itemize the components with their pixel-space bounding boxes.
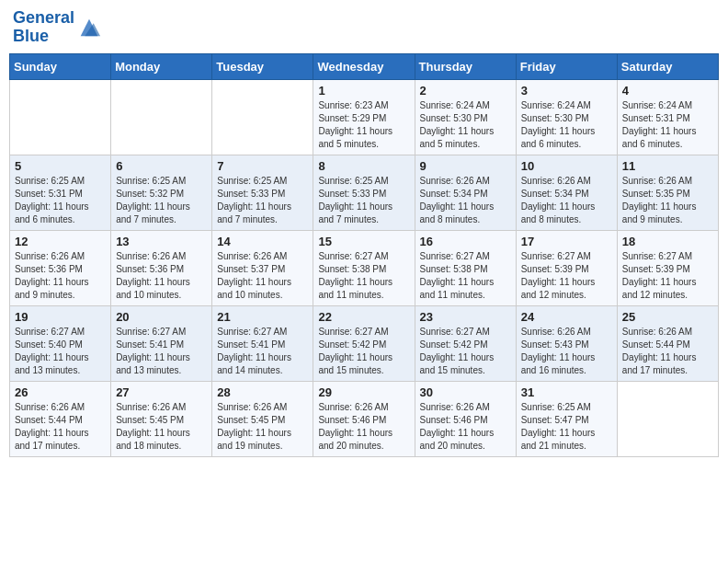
calendar-week-row: 5Sunrise: 6:25 AM Sunset: 5:31 PM Daylig…: [10, 155, 719, 230]
weekday-header-thursday: Thursday: [415, 53, 516, 79]
day-number: 27: [116, 385, 207, 399]
day-number: 29: [318, 385, 409, 399]
calendar-cell: [617, 381, 718, 456]
day-info: Sunrise: 6:26 AM Sunset: 5:34 PM Dayligh…: [521, 175, 612, 226]
day-number: 17: [521, 235, 612, 248]
calendar-cell: 1Sunrise: 6:23 AM Sunset: 5:29 PM Daylig…: [313, 79, 415, 155]
day-info: Sunrise: 6:26 AM Sunset: 5:44 PM Dayligh…: [15, 401, 106, 453]
calendar-cell: 25Sunrise: 6:26 AM Sunset: 5:44 PM Dayli…: [617, 305, 718, 381]
day-number: 23: [420, 310, 511, 324]
day-number: 10: [521, 159, 612, 173]
calendar-cell: 13Sunrise: 6:26 AM Sunset: 5:36 PM Dayli…: [111, 230, 212, 305]
day-number: 16: [420, 235, 511, 248]
calendar-week-row: 12Sunrise: 6:26 AM Sunset: 5:36 PM Dayli…: [10, 230, 719, 305]
calendar-cell: [212, 79, 313, 155]
weekday-header-row: SundayMondayTuesdayWednesdayThursdayFrid…: [10, 53, 719, 79]
day-number: 21: [217, 310, 308, 324]
day-info: Sunrise: 6:26 AM Sunset: 5:34 PM Dayligh…: [420, 175, 511, 226]
day-info: Sunrise: 6:26 AM Sunset: 5:44 PM Dayligh…: [622, 326, 713, 377]
day-info: Sunrise: 6:26 AM Sunset: 5:45 PM Dayligh…: [116, 401, 207, 453]
day-info: Sunrise: 6:24 AM Sunset: 5:30 PM Dayligh…: [521, 99, 612, 151]
day-number: 11: [622, 159, 713, 173]
day-number: 24: [521, 310, 612, 324]
weekday-header-friday: Friday: [516, 53, 617, 79]
day-info: Sunrise: 6:27 AM Sunset: 5:42 PM Dayligh…: [318, 326, 409, 377]
calendar-body: 1Sunrise: 6:23 AM Sunset: 5:29 PM Daylig…: [10, 79, 719, 456]
page-header: General Blue: [9, 9, 719, 46]
day-info: Sunrise: 6:27 AM Sunset: 5:38 PM Dayligh…: [420, 250, 511, 302]
day-info: Sunrise: 6:26 AM Sunset: 5:36 PM Dayligh…: [15, 250, 106, 302]
weekday-header-saturday: Saturday: [617, 53, 718, 79]
day-number: 7: [217, 159, 308, 173]
calendar-cell: 14Sunrise: 6:26 AM Sunset: 5:37 PM Dayli…: [212, 230, 313, 305]
calendar-cell: [10, 79, 111, 155]
calendar-cell: 30Sunrise: 6:26 AM Sunset: 5:46 PM Dayli…: [415, 381, 516, 456]
day-info: Sunrise: 6:24 AM Sunset: 5:31 PM Dayligh…: [622, 99, 713, 151]
calendar-cell: 5Sunrise: 6:25 AM Sunset: 5:31 PM Daylig…: [10, 155, 111, 230]
calendar-cell: 19Sunrise: 6:27 AM Sunset: 5:40 PM Dayli…: [10, 305, 111, 381]
day-info: Sunrise: 6:25 AM Sunset: 5:33 PM Dayligh…: [318, 175, 409, 226]
day-info: Sunrise: 6:27 AM Sunset: 5:38 PM Dayligh…: [318, 250, 409, 302]
day-info: Sunrise: 6:27 AM Sunset: 5:42 PM Dayligh…: [420, 326, 511, 377]
day-number: 1: [318, 84, 409, 98]
day-info: Sunrise: 6:26 AM Sunset: 5:37 PM Dayligh…: [217, 250, 308, 302]
day-number: 12: [15, 235, 106, 248]
day-info: Sunrise: 6:26 AM Sunset: 5:46 PM Dayligh…: [318, 401, 409, 453]
weekday-header-monday: Monday: [111, 53, 212, 79]
calendar-cell: 9Sunrise: 6:26 AM Sunset: 5:34 PM Daylig…: [415, 155, 516, 230]
calendar-week-row: 26Sunrise: 6:26 AM Sunset: 5:44 PM Dayli…: [10, 381, 719, 456]
calendar-cell: [111, 79, 212, 155]
calendar-cell: 26Sunrise: 6:26 AM Sunset: 5:44 PM Dayli…: [10, 381, 111, 456]
day-info: Sunrise: 6:27 AM Sunset: 5:41 PM Dayligh…: [217, 326, 308, 377]
day-number: 3: [521, 84, 612, 98]
day-info: Sunrise: 6:26 AM Sunset: 5:35 PM Dayligh…: [622, 175, 713, 226]
day-number: 13: [116, 235, 207, 248]
day-info: Sunrise: 6:25 AM Sunset: 5:47 PM Dayligh…: [521, 401, 612, 453]
calendar-cell: 6Sunrise: 6:25 AM Sunset: 5:32 PM Daylig…: [111, 155, 212, 230]
calendar-cell: 16Sunrise: 6:27 AM Sunset: 5:38 PM Dayli…: [415, 230, 516, 305]
calendar-cell: 8Sunrise: 6:25 AM Sunset: 5:33 PM Daylig…: [313, 155, 415, 230]
calendar-cell: 12Sunrise: 6:26 AM Sunset: 5:36 PM Dayli…: [10, 230, 111, 305]
calendar-cell: 28Sunrise: 6:26 AM Sunset: 5:45 PM Dayli…: [212, 381, 313, 456]
day-info: Sunrise: 6:23 AM Sunset: 5:29 PM Dayligh…: [318, 99, 409, 151]
day-info: Sunrise: 6:26 AM Sunset: 5:46 PM Dayligh…: [420, 401, 511, 453]
calendar-week-row: 1Sunrise: 6:23 AM Sunset: 5:29 PM Daylig…: [10, 79, 719, 155]
day-info: Sunrise: 6:27 AM Sunset: 5:39 PM Dayligh…: [622, 250, 713, 302]
day-info: Sunrise: 6:25 AM Sunset: 5:33 PM Dayligh…: [217, 175, 308, 226]
calendar-cell: 31Sunrise: 6:25 AM Sunset: 5:47 PM Dayli…: [516, 381, 617, 456]
calendar-cell: 21Sunrise: 6:27 AM Sunset: 5:41 PM Dayli…: [212, 305, 313, 381]
day-info: Sunrise: 6:27 AM Sunset: 5:41 PM Dayligh…: [116, 326, 207, 377]
day-number: 30: [420, 385, 511, 399]
day-info: Sunrise: 6:26 AM Sunset: 5:45 PM Dayligh…: [217, 401, 308, 453]
calendar-cell: 10Sunrise: 6:26 AM Sunset: 5:34 PM Dayli…: [516, 155, 617, 230]
day-number: 14: [217, 235, 308, 248]
calendar-cell: 22Sunrise: 6:27 AM Sunset: 5:42 PM Dayli…: [313, 305, 415, 381]
calendar-cell: 7Sunrise: 6:25 AM Sunset: 5:33 PM Daylig…: [212, 155, 313, 230]
calendar-header: SundayMondayTuesdayWednesdayThursdayFrid…: [10, 53, 719, 79]
logo-text: General Blue: [13, 9, 74, 46]
day-number: 22: [318, 310, 409, 324]
day-number: 9: [420, 159, 511, 173]
logo: General Blue: [13, 9, 102, 46]
weekday-header-sunday: Sunday: [10, 53, 111, 79]
day-info: Sunrise: 6:25 AM Sunset: 5:32 PM Dayligh…: [116, 175, 207, 226]
day-info: Sunrise: 6:26 AM Sunset: 5:36 PM Dayligh…: [116, 250, 207, 302]
day-number: 31: [521, 385, 612, 399]
day-number: 4: [622, 84, 713, 98]
day-number: 2: [420, 84, 511, 98]
calendar-cell: 20Sunrise: 6:27 AM Sunset: 5:41 PM Dayli…: [111, 305, 212, 381]
day-number: 20: [116, 310, 207, 324]
weekday-header-tuesday: Tuesday: [212, 53, 313, 79]
calendar-cell: 18Sunrise: 6:27 AM Sunset: 5:39 PM Dayli…: [617, 230, 718, 305]
day-number: 25: [622, 310, 713, 324]
day-info: Sunrise: 6:26 AM Sunset: 5:43 PM Dayligh…: [521, 326, 612, 377]
calendar-cell: 24Sunrise: 6:26 AM Sunset: 5:43 PM Dayli…: [516, 305, 617, 381]
day-number: 15: [318, 235, 409, 248]
calendar-cell: 15Sunrise: 6:27 AM Sunset: 5:38 PM Dayli…: [313, 230, 415, 305]
weekday-header-wednesday: Wednesday: [313, 53, 415, 79]
day-number: 18: [622, 235, 713, 248]
day-number: 6: [116, 159, 207, 173]
day-info: Sunrise: 6:24 AM Sunset: 5:30 PM Dayligh…: [420, 99, 511, 151]
calendar-table: SundayMondayTuesdayWednesdayThursdayFrid…: [9, 53, 719, 457]
day-info: Sunrise: 6:27 AM Sunset: 5:39 PM Dayligh…: [521, 250, 612, 302]
